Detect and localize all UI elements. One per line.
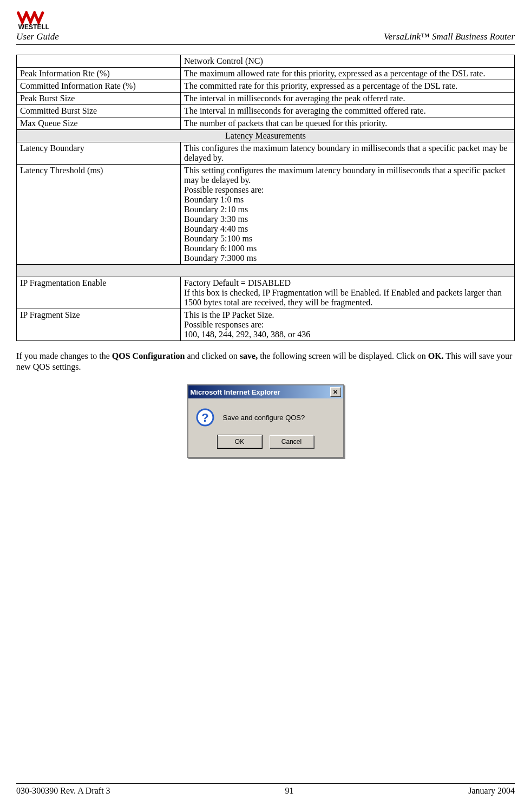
footer-left: 030-300390 Rev. A Draft 3 — [16, 786, 110, 796]
cancel-button[interactable]: Cancel — [270, 435, 314, 448]
row-description: The maximum allowed rate for this priori… — [181, 68, 515, 80]
dialog-message: Save and configure QOS? — [223, 414, 305, 422]
row-label: Latency Threshold (ms) — [17, 165, 181, 265]
table-row: IP Fragmentation EnableFactory Default =… — [17, 277, 515, 309]
confirm-dialog: Microsoft Internet Explorer ✕ ? Save and… — [187, 384, 344, 458]
row-label: Committed Burst Size — [17, 105, 181, 117]
svg-text:?: ? — [201, 411, 208, 424]
westell-logo: WESTELL — [16, 11, 65, 30]
dialog-titlebar: Microsoft Internet Explorer ✕ — [188, 385, 343, 398]
footer-page-number: 91 — [285, 786, 293, 796]
row-label: IP Fragmentation Enable — [17, 277, 181, 309]
row-label: Committed Information Rate (%) — [17, 80, 181, 93]
table-row: Network Control (NC) — [17, 55, 515, 68]
page-header: WESTELL User Guide VersaLink™ Small Busi… — [16, 11, 515, 45]
row-description: This configures the maximum latency boun… — [181, 142, 515, 165]
row-label: Max Queue Size — [17, 117, 181, 130]
row-label: Latency Boundary — [17, 142, 181, 165]
row-label: Peak Burst Size — [17, 93, 181, 105]
row-description: This is the IP Packet Size. Possible res… — [181, 309, 515, 341]
table-row: Peak Burst SizeThe interval in milliseco… — [17, 93, 515, 105]
table-row: Latency Threshold (ms)This setting confi… — [17, 165, 515, 265]
para-text: If you made changes to the — [16, 351, 112, 361]
user-guide-label: User Guide — [16, 31, 59, 42]
para-bold-save: save, — [240, 351, 258, 361]
table-row: Peak Information Rte (%)The maximum allo… — [17, 68, 515, 80]
qos-config-table: Network Control (NC)Peak Information Rte… — [16, 55, 515, 341]
product-title: VersaLink™ Small Business Router — [384, 31, 515, 42]
dialog-screenshot: Microsoft Internet Explorer ✕ ? Save and… — [16, 384, 515, 458]
logo-block: WESTELL User Guide — [16, 11, 65, 42]
row-label — [17, 55, 181, 68]
body-paragraph: If you made changes to the QOS Configura… — [16, 351, 515, 372]
row-label: IP Fragment Size — [17, 309, 181, 341]
row-description: The interval in milliseconds for averagi… — [181, 105, 515, 117]
logo-text: WESTELL — [18, 23, 49, 30]
page-footer: 030-300390 Rev. A Draft 3 91 January 200… — [16, 783, 515, 796]
row-description: The number of packets that can be queued… — [181, 117, 515, 130]
footer-right: January 2004 — [468, 786, 515, 796]
row-description: This setting configures the maximum late… — [181, 165, 515, 265]
para-bold-qos: QOS Configuration — [112, 351, 185, 361]
question-icon: ? — [196, 408, 214, 427]
section-separator — [17, 265, 515, 277]
dialog-title: Microsoft Internet Explorer — [191, 388, 280, 396]
dialog-buttons: OK Cancel — [188, 432, 343, 457]
row-description: The committed rate for this priority, ex… — [181, 80, 515, 93]
row-description: Factory Default = DISABLED If this box i… — [181, 277, 515, 309]
para-bold-ok: OK. — [428, 351, 444, 361]
para-text: the following screen will be displayed. … — [258, 351, 428, 361]
table-row: IP Fragment SizeThis is the IP Packet Si… — [17, 309, 515, 341]
section-header-latency: Latency Measurements — [17, 130, 515, 142]
row-description: The interval in milliseconds for averagi… — [181, 93, 515, 105]
dialog-body: ? Save and configure QOS? — [188, 398, 343, 432]
row-label: Peak Information Rte (%) — [17, 68, 181, 80]
ok-button[interactable]: OK — [218, 435, 262, 448]
table-row: Latency BoundaryThis configures the maxi… — [17, 142, 515, 165]
table-row: Max Queue SizeThe number of packets that… — [17, 117, 515, 130]
table-row: Committed Information Rate (%)The commit… — [17, 80, 515, 93]
row-description: Network Control (NC) — [181, 55, 515, 68]
close-icon[interactable]: ✕ — [330, 387, 341, 397]
para-text: and clicked on — [185, 351, 240, 361]
table-row: Committed Burst SizeThe interval in mill… — [17, 105, 515, 117]
